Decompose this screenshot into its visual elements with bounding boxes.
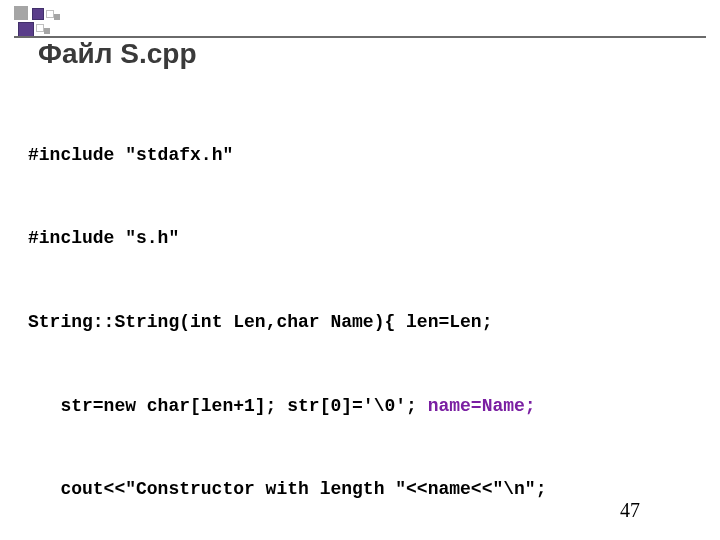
code-line: #include "s.h" (28, 225, 590, 253)
code-line: String::String(int Len,char Name){ len=L… (28, 309, 590, 337)
slide-title: Файл S.cpp (38, 38, 196, 70)
slide: Файл S.cpp #include "stdafx.h" #include … (0, 0, 720, 540)
code-line: #include "stdafx.h" (28, 142, 590, 170)
highlighted-code: name=Name; (428, 396, 536, 416)
page-number: 47 (620, 499, 640, 522)
code-block: #include "stdafx.h" #include "s.h" Strin… (28, 86, 590, 540)
corner-decoration (14, 6, 84, 36)
code-line: cout<<"Constructor with length "<<name<<… (28, 476, 590, 504)
code-line: str=new char[len+1]; str[0]='\0'; name=N… (28, 393, 590, 421)
